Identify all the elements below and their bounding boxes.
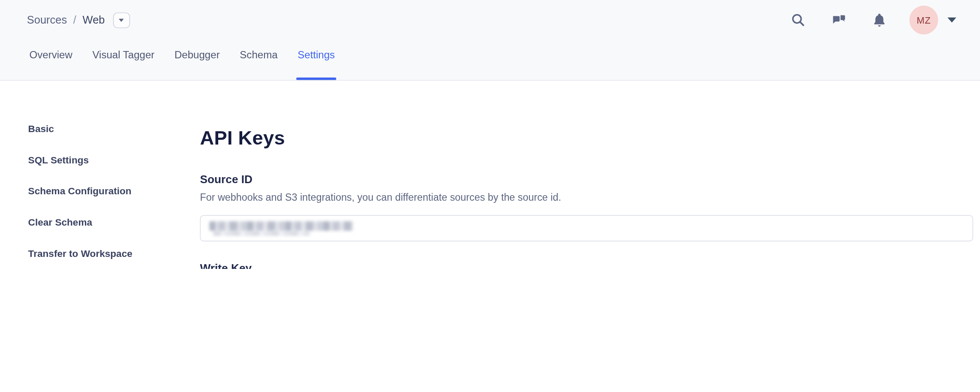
tab-settings[interactable]: Settings [298, 49, 335, 80]
source-id-input[interactable] [200, 215, 973, 241]
header-actions: MZ [791, 6, 956, 34]
chevron-down-icon[interactable] [947, 18, 956, 23]
breadcrumb: Sources / Web [27, 11, 130, 30]
breadcrumb-current-source: Web [83, 13, 105, 27]
breadcrumb-separator: / [73, 13, 76, 27]
settings-sidebar: Basic SQL Settings Schema Configuration … [0, 81, 185, 269]
app-window: Sources / Web MZ Overview Visual Tagger … [0, 0, 980, 269]
sidebar-item-clear-schema[interactable]: Clear Schema [15, 213, 165, 233]
sidebar-item-transfer-to-workspace[interactable]: Transfer to Workspace [15, 244, 165, 264]
source-id-heading: Source ID [200, 173, 253, 187]
page-title: API Keys [200, 127, 285, 149]
top-navigation-bar: Sources / Web MZ Overview Visual Tagger … [0, 0, 980, 81]
api-keys-panel: API Keys Source ID For webhooks and S3 i… [200, 81, 973, 269]
tab-debugger[interactable]: Debugger [174, 49, 220, 80]
source-tabs: Overview Visual Tagger Debugger Schema S… [30, 49, 335, 80]
search-icon[interactable] [791, 13, 805, 27]
chevron-down-icon [119, 18, 124, 21]
write-key-heading: Write Key [200, 262, 252, 269]
chat-icon[interactable] [832, 13, 845, 27]
sidebar-item-schema-configuration[interactable]: Schema Configuration [15, 181, 165, 202]
avatar[interactable]: MZ [909, 6, 938, 34]
bell-icon[interactable] [872, 13, 886, 27]
tab-visual-tagger[interactable]: Visual Tagger [92, 49, 154, 80]
sidebar-item-sql-settings[interactable]: SQL Settings [15, 150, 165, 170]
source-id-description: For webhooks and S3 integrations, you ca… [200, 192, 561, 203]
source-switcher-button[interactable] [113, 12, 130, 27]
breadcrumb-sources-link[interactable]: Sources [27, 13, 67, 27]
tab-overview[interactable]: Overview [30, 49, 72, 80]
source-id-value-redacted [209, 221, 353, 231]
sidebar-item-basic[interactable]: Basic [15, 119, 165, 139]
tab-schema[interactable]: Schema [240, 49, 277, 80]
